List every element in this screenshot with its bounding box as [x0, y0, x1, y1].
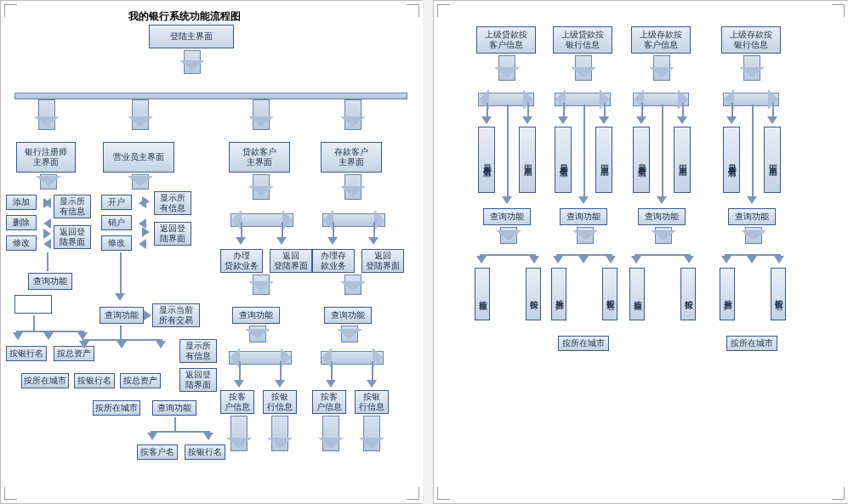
- b1-q3: 按所在城市: [21, 373, 69, 388]
- b2-show: 显示所 有信息: [154, 191, 191, 215]
- arrow-down-icon: [184, 50, 201, 74]
- b2-qside: 显示当前 所有交易: [152, 303, 200, 327]
- b2-open: 开户: [101, 195, 132, 210]
- b1-q1: 按银行名: [6, 346, 47, 361]
- pb-c3-ch1: 按金额: [629, 268, 645, 320]
- branch2-head: 营业员主界面: [103, 142, 174, 173]
- b3-query: 查询功能: [232, 307, 280, 324]
- pb-c2-right: 返回上一层: [595, 127, 612, 193]
- b1-showall: 显示所 有信息: [54, 195, 91, 218]
- diagram-title: 我的银行系统功能流程图: [128, 9, 241, 24]
- pb-c4-ch1: 按总资产: [720, 268, 735, 320]
- pb-c2-ch1: 按总资产: [551, 268, 566, 320]
- pb-c4-query: 查询功能: [728, 208, 776, 225]
- b4-query: 查询功能: [324, 307, 372, 324]
- b2-q1: 按银行名: [74, 373, 115, 388]
- pb-c2-query: 查询功能: [560, 208, 607, 225]
- b3-p2: 返回 登陆界面: [270, 249, 312, 273]
- b3-qc2: 按银 行信息: [263, 390, 297, 414]
- pb-c2-ch2: 按银行名: [602, 268, 618, 320]
- b1-edit: 修改: [6, 235, 37, 251]
- page-gap: [423, 0, 433, 504]
- b3-qc1: 按客 户信息: [220, 390, 254, 414]
- pb-c3-right: 返回上一层: [674, 127, 691, 193]
- pb-c1-ch1: 按金额: [475, 268, 490, 320]
- branch4-head: 存款客户 主界面: [321, 142, 382, 173]
- b2-q3b: 按银行名: [185, 445, 225, 460]
- branch3-head: 贷款客户 主界面: [229, 142, 290, 173]
- b4-p2: 返回 登陆界面: [361, 249, 404, 273]
- b2-q3: 按所在城市: [93, 400, 140, 416]
- pb-c1-right: 返回上一层: [519, 127, 536, 193]
- b2-q2b: 返回登 陆界面: [179, 368, 217, 392]
- pb-c1-ch2: 按银行: [526, 268, 541, 320]
- page-right: 上级贷款按 客户信息 显示所有信息 返回上一层 查询功能 按金额 按银行 上级贷…: [433, 0, 848, 504]
- b3-p1: 办理 贷款业务: [220, 249, 263, 273]
- b1-query: 查询功能: [28, 273, 72, 290]
- b2-query: 查询功能: [100, 307, 144, 324]
- root-box: 登陆主界面: [149, 25, 234, 48]
- pb-c1-left: 显示所有信息: [478, 127, 495, 193]
- page-left: 我的银行系统功能流程图 登陆主界面 银行注册师 主界面 营业员主界面 贷款客户 …: [0, 0, 424, 504]
- pb-c4-left: 显示所有信息: [723, 127, 740, 193]
- b2-close: 销户: [101, 215, 132, 230]
- b2-q2: 按总资产: [120, 373, 161, 388]
- branch1-head: 银行注册师 主界面: [16, 142, 76, 173]
- b2-edit: 修改: [101, 235, 132, 251]
- b4-qc2: 按银 行信息: [355, 390, 389, 414]
- pb-c1-head: 上级贷款按 客户信息: [476, 26, 536, 54]
- pb-c4-head: 上级存款按 银行信息: [721, 26, 781, 54]
- b4-qc1: 按客 户信息: [312, 390, 346, 414]
- pb-c4-ch2: 按银行名: [771, 268, 786, 320]
- pb-c4-extra: 按所在城市: [726, 336, 777, 351]
- b1-blank: [14, 295, 52, 314]
- b2-q3a: 按客户名: [137, 445, 178, 460]
- pb-c3-left: 显示所有信息: [633, 127, 650, 193]
- b1-add: 添加: [6, 195, 37, 210]
- b1-del: 删除: [6, 215, 37, 230]
- b2-q2label: 查询功能: [152, 400, 196, 416]
- pb-c2-extra: 按所在城市: [558, 336, 609, 351]
- pb-c3-head: 上级存款按 客户信息: [631, 26, 691, 54]
- diagram-stage: 我的银行系统功能流程图 登陆主界面 银行注册师 主界面 营业员主界面 贷款客户 …: [0, 0, 848, 504]
- b2-back: 返回登 陆界面: [154, 222, 191, 246]
- b1-back: 返回登 陆界面: [54, 225, 91, 249]
- pb-c2-head: 上级贷款按 银行信息: [553, 26, 612, 54]
- pb-c3-ch2: 按银行: [680, 268, 696, 320]
- b2-q2a: 显示所 有信息: [179, 339, 217, 363]
- b4-p1: 办理存 款业务: [312, 249, 355, 273]
- pb-c4-right: 返回上一层: [764, 127, 781, 193]
- pb-c2-left: 显示所有信息: [555, 127, 572, 193]
- pb-c1-query: 查询功能: [483, 208, 531, 225]
- pb-c3-query: 查询功能: [638, 208, 686, 225]
